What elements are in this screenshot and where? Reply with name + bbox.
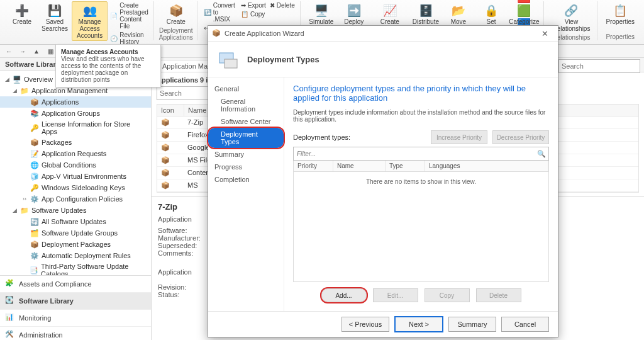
manage-access-tooltip: Manage Access Accounts View and edit use… <box>55 44 161 88</box>
summary-button[interactable]: Summary <box>448 317 496 332</box>
ws-assets[interactable]: 🧩Assets and Compliance <box>0 276 151 293</box>
up-button[interactable]: ▲ <box>30 45 43 57</box>
ws-monitoring[interactable]: 📊Monitoring <box>0 310 151 327</box>
dt-filter: 🔍 <box>293 147 549 161</box>
tree-license-info[interactable]: 🔑License Information for Store Apps <box>0 119 151 137</box>
tree-global-conditions[interactable]: 🌐Global Conditions <box>0 159 151 171</box>
left-nav: Software Library ◢🖥️Overview ◢📁Applicati… <box>0 58 152 340</box>
group-properties-label: Properties <box>606 33 635 40</box>
saved-searches-button[interactable]: 💾Saved Searches <box>39 1 70 34</box>
svg-rect-1 <box>225 59 237 68</box>
content-search-input[interactable] <box>558 59 640 73</box>
dialog-titlebar: 📦 Create Application Wizard ✕ <box>208 26 558 42</box>
delete-button[interactable]: ✖ Delete <box>269 1 296 9</box>
side-progress[interactable]: Progress <box>208 161 284 173</box>
dialog-icon: 📦 <box>212 29 221 38</box>
move-button[interactable]: 📂Move <box>443 1 474 27</box>
previous-button[interactable]: < Previous <box>341 317 389 332</box>
app-root: ➕Create 💾Saved Searches 👥Manage Access A… <box>0 0 644 340</box>
decrease-priority-button: Decrease Priority <box>492 130 549 144</box>
tree-app-groups[interactable]: 📚Application Groups <box>0 108 151 119</box>
close-icon[interactable]: ✕ <box>535 29 554 38</box>
copy-dt-button: Copy <box>425 288 470 302</box>
col-icon[interactable]: Icon <box>157 105 184 116</box>
tree-adr[interactable]: ⚙️Automatic Deployment Rules <box>0 250 151 261</box>
ws-administration[interactable]: 🛠️Administration <box>0 327 151 340</box>
cancel-button[interactable]: Cancel <box>501 317 549 332</box>
side-deployment-types[interactable]: Deployment Types <box>208 128 284 148</box>
manage-access-accounts-button[interactable]: 👥Manage Access Accounts <box>72 1 108 41</box>
forward-button[interactable]: → <box>16 45 29 57</box>
export-button[interactable]: ➡ Export <box>240 1 267 9</box>
wizard-desc: Deployment types include information abo… <box>293 109 549 123</box>
back-button[interactable]: ← <box>3 45 15 57</box>
side-software-center[interactable]: Software Center <box>208 115 284 128</box>
col-name[interactable]: Name <box>333 161 386 171</box>
empty-message: There are no items to show in this view. <box>366 178 476 185</box>
tree-software-updates[interactable]: ◢📁Software Updates <box>0 205 151 216</box>
col-languages[interactable]: Languages <box>425 161 548 171</box>
workspace-switcher: 🧩Assets and Compliance 💽Software Library… <box>0 275 151 340</box>
dt-grid-body: There are no items to show in this view. <box>293 172 549 282</box>
side-summary[interactable]: Summary <box>208 148 284 161</box>
hierarchy-icon[interactable]: ▦ <box>44 45 57 57</box>
tree-app-config-policies[interactable]: ››⚙️App Configuration Policies <box>0 193 151 205</box>
col-priority[interactable]: Priority <box>294 161 333 171</box>
ws-software-library[interactable]: 💽Software Library <box>0 293 151 310</box>
tree-app-requests[interactable]: 📝Application Requests <box>0 148 151 159</box>
tree-all-updates[interactable]: 🔄All Software Updates <box>0 216 151 227</box>
delete-dt-button: Delete <box>476 288 521 302</box>
wizard-head-title: Deployment Types <box>247 55 319 64</box>
dt-filter-input[interactable] <box>294 147 535 160</box>
deploy-app-label: Deployment Applications <box>159 27 193 41</box>
properties-button[interactable]: 📋Properties <box>602 1 638 27</box>
tree-deployment-packages[interactable]: 📦Deployment Packages <box>0 239 151 250</box>
side-completion[interactable]: Completion <box>208 173 284 186</box>
simulate-button[interactable]: 🖥️Simulate <box>306 1 337 27</box>
wizard-sidebar: General General Information Software Cen… <box>208 77 284 311</box>
categorize-button[interactable]: 🟥🟩🟦Categorize <box>508 1 540 27</box>
tree-applications[interactable]: 📦Applications <box>0 96 151 108</box>
create-application-wizard: 📦 Create Application Wizard ✕ Deployment… <box>208 25 558 337</box>
tree-third-party[interactable]: 📑Third-Party Software Update Catalogs <box>0 261 151 275</box>
col-type[interactable]: Type <box>386 161 425 171</box>
dialog-title: Create Application Wizard <box>225 30 304 37</box>
search-icon[interactable]: 🔍 <box>535 147 548 160</box>
tree-appv[interactable]: 🧊App-V Virtual Environments <box>0 171 151 182</box>
distribute-button[interactable]: 🗄️Distribute <box>410 1 441 27</box>
create-prestaged-button[interactable]: 📄 Create Prestaged Content File <box>109 1 150 30</box>
convert-msix-button[interactable]: 🔃 Convert to .MSIX <box>203 1 238 23</box>
tree-sideloading-keys[interactable]: 🔑Windows Sideloading Keys <box>0 182 151 193</box>
edit-button: Edit... <box>373 288 418 302</box>
wizard-main: Configure deployment types and the prior… <box>284 77 558 311</box>
deployment-types-label: Deployment types: <box>293 133 426 141</box>
side-general-info[interactable]: General Information <box>208 95 284 115</box>
wizard-head-icon <box>217 48 240 71</box>
wizard-headline: Configure deployment types and the prior… <box>293 84 549 103</box>
tree-update-groups[interactable]: 🗂️Software Update Groups <box>0 227 151 239</box>
copy-button[interactable]: 📋 Copy <box>240 10 267 18</box>
add-button[interactable]: Add... <box>321 288 367 302</box>
next-button[interactable]: Next > <box>394 316 443 332</box>
deploy-button[interactable]: ➡️Deploy <box>338 1 370 27</box>
wizard-footer: < Previous Next > Summary Cancel <box>208 311 558 337</box>
tree-packages[interactable]: 📦Packages <box>0 137 151 148</box>
create-button[interactable]: ➕Create <box>6 1 38 27</box>
create2-button[interactable]: 📦Create <box>160 1 192 27</box>
increase-priority-button: Increase Priority <box>431 130 487 144</box>
side-general[interactable]: General <box>208 82 284 95</box>
nav-tree: ◢🖥️Overview ◢📁Application Management 📦Ap… <box>0 71 151 275</box>
